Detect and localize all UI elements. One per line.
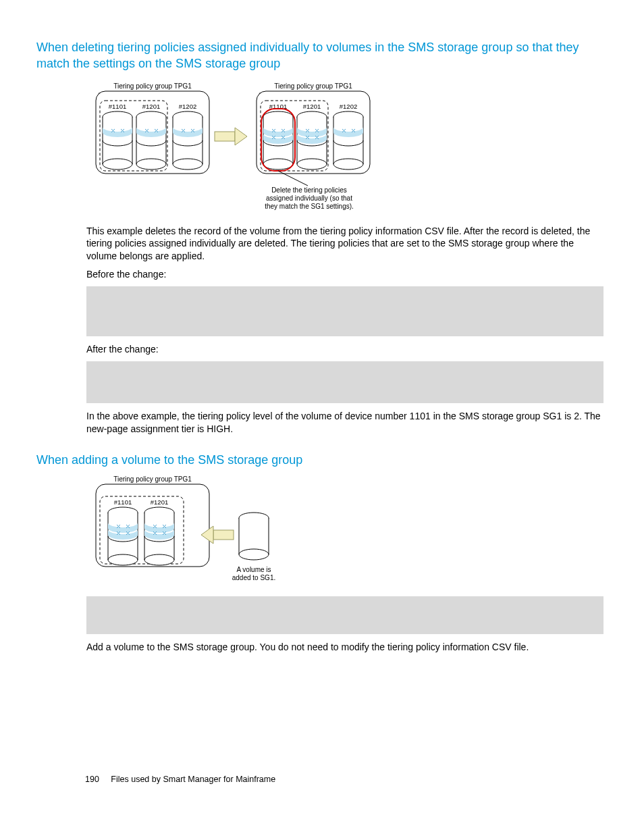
paragraph-example-delete: This example deletes the record of the v… [86, 225, 603, 263]
page-number: 190 [85, 775, 99, 784]
paragraph-add-volume: Add a volume to the SMS storage group. Y… [86, 641, 603, 654]
code-block-before [86, 286, 603, 336]
diagram1-left-tpg-label: Tiering policy group TPG1 [113, 82, 192, 90]
diagram1-right-tpg-label: Tiering policy group TPG1 [274, 82, 352, 90]
diagram1-caption-line1: Delete the tiering policies [271, 186, 347, 194]
code-block-after [86, 361, 603, 403]
diagram-add-volume: Tiering policy group TPG1 Storage group … [93, 475, 603, 592]
diagram1-caption-line2: assigned individually (so that [266, 194, 352, 202]
footer-title: Files used by Smart Manager for Mainfram… [111, 775, 275, 784]
diagram-delete-tiering-policies: Tiering policy group TPG1 Storage group … [93, 82, 603, 219]
label-before-change: Before the change: [86, 268, 603, 281]
diagram1-right-vol-2: #1202 [340, 103, 357, 110]
diagram1-right-vol-1: #1201 [303, 103, 321, 110]
diagram2-vol-1: #1201 [151, 498, 168, 506]
diagram2-caption-line1: A volume is [236, 566, 271, 573]
code-block-add-volume [86, 596, 603, 634]
diagram1-left-vol-1: #1201 [142, 103, 160, 110]
diagram2-tpg-label: Tiering policy group TPG1 [113, 475, 192, 483]
section-heading-delete-tiering-policies: When deleting tiering policies assigned … [36, 39, 603, 72]
diagram1-left-vol-0: #1101 [109, 103, 126, 110]
page-footer: 190 Files used by Smart Manager for Main… [85, 775, 275, 784]
arrow-right-icon [215, 128, 247, 145]
paragraph-result: In the above example, the tiering policy… [86, 410, 603, 436]
diagram2-vol-0: #1101 [114, 498, 132, 506]
svg-point-27 [239, 549, 269, 560]
section-heading-add-volume: When adding a volume to the SMS storage … [36, 452, 603, 468]
label-after-change: After the change: [86, 343, 603, 356]
diagram1-left-vol-2: #1202 [179, 103, 196, 110]
diagram2-caption-line2: added to SG1. [232, 574, 276, 581]
diagram1-caption-line3: they match the SG1 settings). [265, 203, 354, 210]
